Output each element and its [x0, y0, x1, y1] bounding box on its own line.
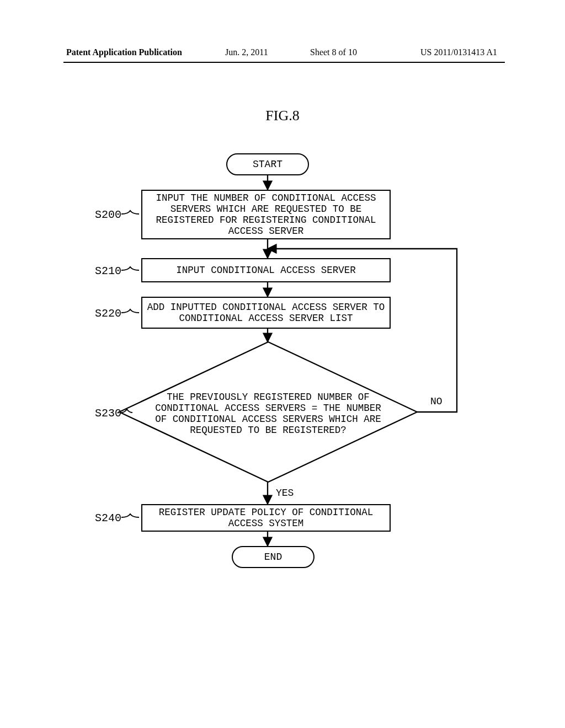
flow-connectors [0, 0, 565, 728]
